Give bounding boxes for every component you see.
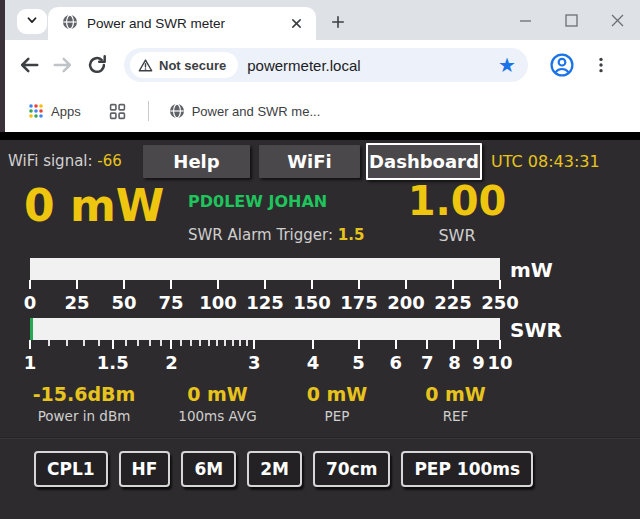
gauge-major-tick — [358, 340, 360, 349]
gauge-major-tick — [76, 280, 78, 289]
gauge-tick-label: 10 — [487, 352, 512, 373]
gauge-minor-tick — [224, 340, 226, 346]
power-gauge-unit: mW — [510, 258, 553, 282]
minimize-button[interactable] — [502, 0, 548, 40]
gauge-tick-label: 6 — [389, 352, 402, 373]
page-topbar: WiFi signal: -66 Help WiFi Dashboard UTC… — [0, 140, 640, 182]
gauge-minor-tick — [83, 340, 85, 346]
maximize-button[interactable] — [548, 0, 594, 40]
70cm-button[interactable]: 70cm — [313, 451, 390, 487]
swr-gauge-fill — [30, 318, 33, 340]
gauge-major-tick — [452, 280, 454, 289]
tab-close-icon[interactable] — [286, 14, 306, 34]
bookmarks-bar: Apps — [0, 90, 640, 132]
pep-100ms-button[interactable]: PEP 100ms — [401, 451, 533, 487]
gauge-major-tick — [112, 340, 114, 349]
swr-readout-label: SWR — [403, 226, 511, 245]
globe-favicon-icon — [62, 14, 78, 34]
gauge-minor-tick — [160, 340, 162, 346]
profile-button[interactable] — [550, 53, 574, 77]
tab-search-button[interactable] — [17, 9, 47, 34]
power-gauge-tick-labels: 0255075100125150175200225250 — [30, 291, 500, 315]
gauge-major-tick — [264, 280, 266, 289]
gauge-major-tick — [358, 280, 360, 289]
close-button[interactable] — [594, 0, 640, 40]
stat-avg: 0 mW 100ms AVG — [154, 383, 281, 424]
warning-icon — [138, 58, 153, 73]
gauge-major-tick — [477, 340, 479, 349]
address-bar[interactable]: Not secure powermeter.local ★ — [124, 48, 528, 82]
readout-section: 0 mW PD0LEW JOHAN SWR Alarm Trigger: 1.5… — [0, 182, 640, 256]
gauge-major-tick — [426, 340, 428, 349]
swr-gauge-unit: SWR — [510, 318, 562, 342]
browser-tab[interactable]: Power and SWR meter — [48, 7, 316, 40]
gauge-tick-label: 4 — [307, 352, 320, 373]
stat-ref-value: 0 mW — [393, 383, 518, 405]
stat-ref: 0 mW REF — [393, 383, 518, 424]
gauge-major-tick — [170, 340, 172, 349]
grid-button[interactable] — [103, 99, 132, 124]
chevron-down-icon — [25, 13, 39, 31]
chrome-page-divider — [0, 132, 640, 140]
power-gauge-row: 0255075100125150175200225250 mW — [30, 258, 640, 315]
gauge-minor-tick — [246, 340, 248, 346]
gauge-minor-tick — [199, 340, 201, 346]
utc-clock: UTC 08:43:31 — [491, 152, 600, 171]
power-gauge: 0255075100125150175200225250 — [30, 258, 500, 315]
new-tab-button[interactable] — [326, 10, 350, 34]
window-controls — [502, 0, 640, 40]
callsign: PD0LEW JOHAN — [188, 192, 327, 211]
back-button[interactable] — [12, 48, 46, 82]
gauge-minor-tick — [239, 340, 241, 346]
apps-grid-icon — [28, 103, 44, 119]
gauge-minor-tick — [66, 340, 68, 346]
forward-button[interactable] — [46, 48, 80, 82]
wifi-signal: WiFi signal: -66 — [8, 152, 140, 170]
cpl1-button[interactable]: CPL1 — [34, 451, 108, 487]
stats-row: -15.6dBm Power in dBm 0 mW 100ms AVG 0 m… — [14, 383, 640, 424]
tab-title: Power and SWR meter — [87, 16, 286, 31]
stat-dbm: -15.6dBm Power in dBm — [14, 383, 154, 424]
help-button[interactable]: Help — [143, 145, 250, 178]
gauge-tick-label: 50 — [111, 292, 136, 313]
gauge-tick-label: 3 — [248, 352, 261, 373]
reload-button[interactable] — [80, 48, 114, 82]
stat-avg-label: 100ms AVG — [154, 408, 281, 424]
swr-gauge-ticks — [30, 340, 500, 351]
gauge-minor-tick — [232, 340, 234, 346]
wifi-button[interactable]: WiFi — [259, 145, 360, 178]
gauge-major-tick — [395, 340, 397, 349]
gauge-minor-tick — [125, 340, 127, 346]
apps-label: Apps — [51, 104, 81, 119]
power-gauge-ticks — [30, 280, 500, 291]
bookmark-star-icon[interactable]: ★ — [494, 55, 520, 75]
gauge-tick-label: 200 — [387, 292, 425, 313]
gauge-tick-label: 75 — [158, 292, 183, 313]
dashboard-button[interactable]: Dashboard — [366, 143, 482, 180]
tab-strip: Power and SWR meter — [0, 0, 640, 40]
gauge-tick-label: 2 — [165, 352, 178, 373]
gauge-minor-tick — [190, 340, 192, 346]
stat-pep-label: PEP — [281, 408, 393, 424]
browser-chrome: Power and SWR meter — [0, 0, 640, 132]
browser-menu-button[interactable] — [588, 52, 614, 78]
swr-gauge-row: 11.52345678910 SWR — [30, 318, 640, 375]
gauge-major-tick — [499, 340, 501, 349]
6m-button[interactable]: 6M — [181, 451, 236, 487]
gauge-tick-label: 175 — [340, 292, 378, 313]
gauge-tick-label: 5 — [352, 352, 365, 373]
hf-button[interactable]: HF — [119, 451, 171, 487]
swr-alarm-value: 1.5 — [338, 226, 365, 244]
stat-pep-value: 0 mW — [281, 383, 393, 405]
bookmark-item[interactable]: Power and SWR me... — [163, 99, 327, 123]
2m-button[interactable]: 2M — [247, 451, 302, 487]
gauge-major-tick — [311, 280, 313, 289]
gauge-tick-label: 150 — [293, 292, 331, 313]
gauge-tick-label: 125 — [246, 292, 284, 313]
url-text[interactable]: powermeter.local — [247, 57, 494, 74]
apps-shortcut[interactable]: Apps — [22, 99, 87, 123]
swr-gauge: 11.52345678910 — [30, 318, 500, 375]
gauge-major-tick — [405, 280, 407, 289]
swr-gauge-track — [30, 318, 500, 340]
security-chip[interactable]: Not secure — [130, 52, 238, 78]
